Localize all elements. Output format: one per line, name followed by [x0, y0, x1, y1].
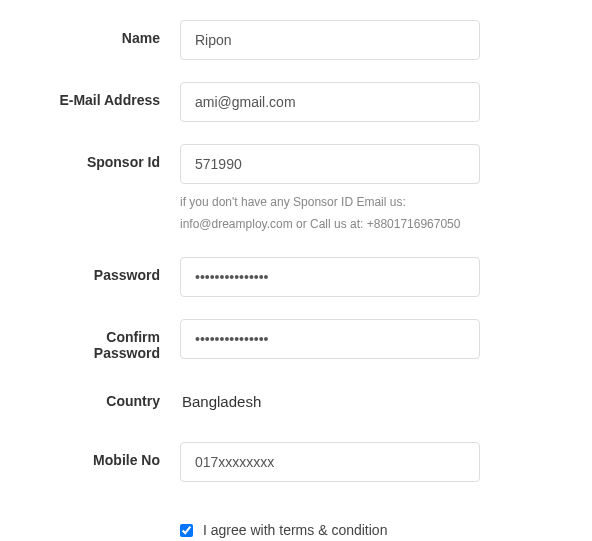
sponsor-label: Sponsor Id	[40, 144, 180, 170]
confirm-password-row: Confirm Password	[40, 319, 552, 361]
sponsor-input[interactable]	[180, 144, 480, 184]
country-label: Country	[40, 383, 180, 409]
password-row: Password	[40, 257, 552, 297]
confirm-password-input[interactable]	[180, 319, 480, 359]
country-row: Country Bangladesh	[40, 383, 552, 420]
terms-label: I agree with terms & condition	[203, 522, 387, 538]
name-row: Name	[40, 20, 552, 60]
mobile-input[interactable]	[180, 442, 480, 482]
terms-checkbox[interactable]	[180, 524, 193, 537]
name-input[interactable]	[180, 20, 480, 60]
password-input[interactable]	[180, 257, 480, 297]
email-label: E-Mail Address	[40, 82, 180, 108]
sponsor-row: Sponsor Id if you don't have any Sponsor…	[40, 144, 552, 235]
password-label: Password	[40, 257, 180, 283]
email-input[interactable]	[180, 82, 480, 122]
sponsor-help-text: if you don't have any Sponsor ID Email u…	[180, 192, 480, 235]
email-row: E-Mail Address	[40, 82, 552, 122]
terms-row: I agree with terms & condition REGISTER	[40, 504, 552, 541]
name-label: Name	[40, 20, 180, 46]
mobile-label: Mobile No	[40, 442, 180, 468]
register-form: Name E-Mail Address Sponsor Id if you do…	[40, 20, 552, 541]
confirm-password-label: Confirm Password	[40, 319, 180, 361]
mobile-row: Mobile No	[40, 442, 552, 482]
country-value: Bangladesh	[180, 383, 480, 420]
